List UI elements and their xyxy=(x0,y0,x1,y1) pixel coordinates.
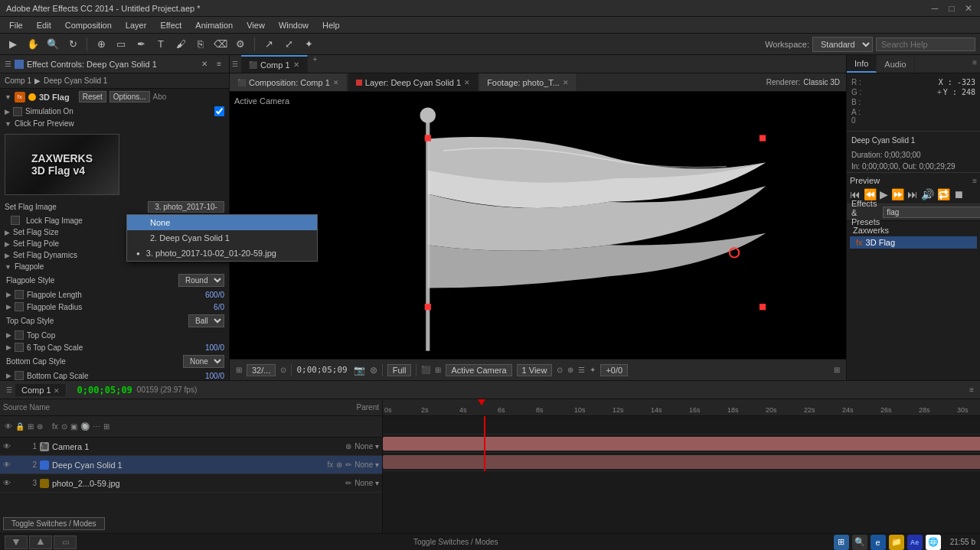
preview-audio[interactable]: 🔊 xyxy=(921,188,934,200)
menu-file[interactable]: File xyxy=(3,19,29,31)
effects-item-3dflag[interactable]: fx 3D Flag xyxy=(850,236,977,249)
tool-extra1[interactable]: ↗ xyxy=(260,36,277,53)
tool-extra2[interactable]: ⤢ xyxy=(280,36,297,53)
tl-layer-2[interactable]: 👁 2 Deep Cyan Solid 1 fx ⊛ ✏ None ▾ xyxy=(0,456,382,474)
flagpole-radius-value[interactable]: 6/0 xyxy=(214,303,224,311)
viewer-icon6[interactable]: ⊕ xyxy=(567,366,573,374)
viewer-icon4[interactable]: ⊞ xyxy=(435,366,441,374)
layer-tab-comp[interactable]: ⬛ Composition: Comp 1 ✕ xyxy=(230,73,348,91)
camera-icon[interactable]: 📷 xyxy=(354,365,365,376)
tool-text[interactable]: T xyxy=(152,36,169,53)
top-cap-style-dropdown[interactable]: Ball xyxy=(188,314,224,327)
tool-eraser[interactable]: ⌫ xyxy=(212,36,229,53)
breadcrumb-layer[interactable]: Deep Cyan Solid 1 xyxy=(44,76,107,85)
set-flag-image-dropdown[interactable]: 3. photo_2017-10- xyxy=(148,201,224,213)
click-preview-row[interactable]: ▼ Click For Preview xyxy=(0,118,229,129)
maximize-button[interactable]: □ xyxy=(946,3,957,14)
flagpole-section-row[interactable]: ▼ Flagpole xyxy=(0,261,229,272)
toggle-switches-btn[interactable]: Toggle Switches / Modes xyxy=(3,517,105,530)
effects-group-zaxwerks-header[interactable]: Zaxwerks xyxy=(850,224,977,236)
tab-info[interactable]: Info xyxy=(847,55,877,73)
tl-ctrl8[interactable]: 🔘 xyxy=(80,422,90,431)
menu-layer[interactable]: Layer xyxy=(119,19,153,31)
viewer-icon3[interactable]: ⬛ xyxy=(421,366,430,374)
tl-bar-2[interactable] xyxy=(383,437,980,451)
tl-ctrl9[interactable]: ⋯ xyxy=(93,422,100,431)
top-cap-scale-value[interactable]: 100/0 xyxy=(205,343,224,352)
preview-last[interactable]: ⏭ xyxy=(907,188,918,200)
viewer-icon7[interactable]: ☰ xyxy=(578,366,585,374)
menu-animation[interactable]: Animation xyxy=(189,19,239,31)
effect-header[interactable]: ▼ fx 3D Flag Reset Options... Abo xyxy=(0,89,229,105)
search-help-input[interactable] xyxy=(876,37,975,51)
tl-menu-icon[interactable]: ≡ xyxy=(969,386,974,394)
menu-edit[interactable]: Edit xyxy=(31,19,57,31)
breadcrumb-comp1[interactable]: Comp 1 xyxy=(5,76,31,85)
options-btn[interactable]: Options... xyxy=(109,91,150,103)
tl-parent-1[interactable]: None ▾ xyxy=(354,442,379,451)
viewer-zoom[interactable]: 32/... xyxy=(247,364,276,376)
tool-hand[interactable]: ✋ xyxy=(24,36,41,53)
viewer-icon8[interactable]: ✦ xyxy=(590,366,596,374)
menu-view[interactable]: View xyxy=(240,19,271,31)
comp-tab-close[interactable]: ✕ xyxy=(293,60,299,69)
panel-close-btn[interactable]: ✕ xyxy=(198,59,211,69)
tl-fx-2[interactable]: fx xyxy=(328,461,334,469)
tl-ctrl4[interactable]: ⊛ xyxy=(37,422,43,431)
tl-layer-1[interactable]: 👁 1 🎥 Camera 1 ⊛ None ▾ xyxy=(0,438,382,456)
effects-search-input[interactable] xyxy=(883,207,980,218)
tool-stamp[interactable]: ⎘ xyxy=(192,36,209,53)
preview-loop[interactable]: 🔁 xyxy=(937,188,950,200)
tl-ctrl1[interactable]: 👁 xyxy=(5,422,12,431)
tool-pen[interactable]: ✒ xyxy=(132,36,149,53)
tl-ctrl5[interactable]: fx xyxy=(52,422,58,431)
viewer-view-dropdown[interactable]: 1 View xyxy=(517,364,553,376)
close-button[interactable]: ✕ xyxy=(963,3,974,14)
dropdown-item-none[interactable]: None xyxy=(127,215,317,230)
menu-window[interactable]: Window xyxy=(273,19,315,31)
taskbar-icon-ie[interactable]: e xyxy=(871,535,886,550)
viewer-extra1[interactable]: ⊛ xyxy=(370,365,377,376)
preview-thumbnail[interactable]: ZAXWERKS3D Flag v4 xyxy=(5,134,119,195)
tl-vis-3[interactable]: 👁 xyxy=(3,479,11,487)
right-panel-menu[interactable]: ≡ xyxy=(969,55,980,73)
viewer-icon5[interactable]: ⊙ xyxy=(557,366,563,374)
tl-layer-3[interactable]: 👁 3 photo_2...0-59.jpg ✏ None ▾ xyxy=(0,474,382,493)
tl-parent-3[interactable]: None ▾ xyxy=(354,479,379,487)
bottom-cap-scale-value[interactable]: 100/0 xyxy=(205,372,224,380)
tl-ctrl10[interactable]: ⊞ xyxy=(103,422,109,431)
tool-rotation[interactable]: ↻ xyxy=(64,36,81,53)
flagpole-length-value[interactable]: 600/0 xyxy=(205,291,224,299)
tl-ctrl3[interactable]: ⊞ xyxy=(28,422,34,431)
tool-anchor[interactable]: ⊕ xyxy=(93,36,109,53)
taskbar-btn1[interactable]: ⯆ xyxy=(5,535,28,549)
tab-audio[interactable]: Audio xyxy=(877,55,914,73)
taskbar-icon-search[interactable]: 🔍 xyxy=(852,535,867,550)
tool-rect[interactable]: ▭ xyxy=(113,36,129,53)
tl-ctrl2[interactable]: 🔒 xyxy=(15,422,24,431)
tl-ctrl6[interactable]: ⊙ xyxy=(61,422,67,431)
taskbar-btn2[interactable]: ⯅ xyxy=(29,535,52,549)
taskbar-icon-windows[interactable]: ⊞ xyxy=(834,535,849,550)
tl-edit-2[interactable]: ✏ xyxy=(345,461,351,469)
tl-playhead[interactable] xyxy=(484,416,485,471)
viewer-expand-icon[interactable]: ⊞ xyxy=(834,366,840,374)
minimize-button[interactable]: ─ xyxy=(929,3,940,14)
taskbar-btn3[interactable]: ▭ xyxy=(54,535,77,549)
viewer-camera-dropdown[interactable]: Active Camera xyxy=(446,364,511,376)
tl-solo-2[interactable]: ⊛ xyxy=(336,461,342,469)
preview-stop[interactable]: ⏹ xyxy=(953,188,964,200)
layer-tab-footage[interactable]: Footage: photo_T... ✕ xyxy=(479,73,577,91)
tl-vis-1[interactable]: 👁 xyxy=(3,442,11,451)
layer-tab-layer[interactable]: Layer: Deep Cyan Solid 1 ✕ xyxy=(348,73,479,91)
tl-vis-2[interactable]: 👁 xyxy=(3,461,11,469)
tool-extra3[interactable]: ✦ xyxy=(300,36,317,53)
tl-bar-3[interactable] xyxy=(383,455,980,469)
taskbar-icon-ae[interactable]: Ae xyxy=(907,535,923,550)
taskbar-icon-chrome[interactable]: 🌐 xyxy=(926,535,941,550)
simulation-on-checkbox[interactable] xyxy=(214,106,224,116)
menu-composition[interactable]: Composition xyxy=(59,19,118,31)
menu-effect[interactable]: Effect xyxy=(154,19,188,31)
tool-puppet[interactable]: ⚙ xyxy=(232,36,249,53)
preview-play[interactable]: ▶ xyxy=(880,188,888,200)
